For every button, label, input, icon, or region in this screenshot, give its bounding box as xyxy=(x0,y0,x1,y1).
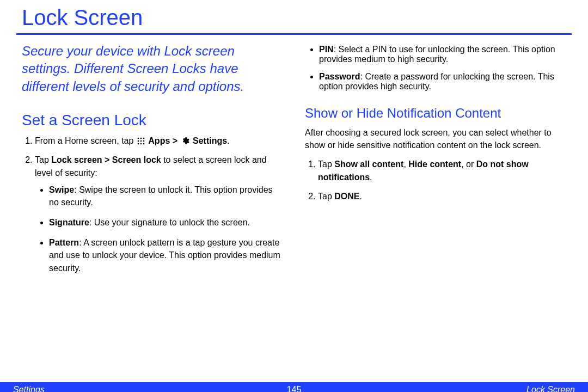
svg-point-7 xyxy=(140,143,142,145)
settings-gear-icon xyxy=(181,137,189,145)
opt: Hide content xyxy=(408,160,461,169)
option-text: : A screen unlock pattern is a tap gestu… xyxy=(49,238,280,272)
option-pattern: Pattern: A screen unlock pattern is a ta… xyxy=(49,236,283,274)
path-label: Lock screen > Screen lock xyxy=(51,155,161,164)
step-1: From a Home screen, tap Apps > Settings. xyxy=(35,134,283,147)
page-title: Lock Screen xyxy=(22,5,588,30)
option-password: Password: Create a password for unlockin… xyxy=(319,72,566,91)
svg-point-6 xyxy=(138,143,139,145)
intro-text: Secure your device with Lock screen sett… xyxy=(22,42,283,95)
svg-point-3 xyxy=(138,140,139,142)
option-pin: PIN: Select a PIN to use for unlocking t… xyxy=(319,45,566,64)
lock-options-list-continued: PIN: Select a PIN to use for unlocking t… xyxy=(305,45,566,91)
section-notification-content: Show or Hide Notification Content xyxy=(305,106,566,121)
option-swipe: Swipe: Swipe the screen to unlock it. Th… xyxy=(49,183,283,209)
footer-page-number: 145 xyxy=(287,385,302,392)
page-footer: Settings 145 Lock Screen xyxy=(0,382,588,392)
text: Tap xyxy=(318,192,334,201)
notif-step-1: Tap Show all content, Hide content, or D… xyxy=(318,158,566,183)
title-rule xyxy=(16,33,572,35)
option-label: Password xyxy=(319,72,360,81)
manual-page: { "title": "Lock Screen", "intro": "Secu… xyxy=(0,5,588,392)
text: , xyxy=(403,160,408,169)
svg-point-5 xyxy=(143,140,145,142)
notification-steps: Tap Show all content, Hide content, or D… xyxy=(305,158,566,203)
footer-right: Lock Screen xyxy=(301,385,588,392)
opt: Show all content xyxy=(334,160,403,169)
apps-grid-icon xyxy=(137,137,145,145)
svg-point-1 xyxy=(140,138,142,139)
text: Tap xyxy=(318,160,334,169)
step-2: Tap Lock screen > Screen lock to select … xyxy=(35,154,283,274)
content-columns: Secure your device with Lock screen sett… xyxy=(0,42,588,282)
left-column: Secure your device with Lock screen sett… xyxy=(22,42,283,282)
done-label: DONE xyxy=(334,192,359,201)
text: From a Home screen, tap xyxy=(35,136,136,145)
text: . xyxy=(359,192,362,201)
option-label: PIN xyxy=(319,45,334,54)
notification-intro: After choosing a secured lock screen, yo… xyxy=(305,126,566,151)
svg-point-4 xyxy=(140,140,142,142)
option-text: : Use your signature to unlock the scree… xyxy=(89,218,250,227)
text: . xyxy=(370,173,372,182)
option-label: Signature xyxy=(49,218,89,227)
option-text: : Swipe the screen to unlock it. This op… xyxy=(49,185,273,207)
svg-point-8 xyxy=(143,143,145,145)
text: . xyxy=(227,136,229,145)
section-set-screen-lock: Set a Screen Lock xyxy=(22,112,283,129)
option-text: : Select a PIN to use for unlocking the … xyxy=(319,45,555,64)
settings-label: Settings xyxy=(193,136,227,145)
text: Tap xyxy=(35,155,51,164)
right-column: PIN: Select a PIN to use for unlocking t… xyxy=(305,42,566,282)
footer-left: Settings xyxy=(0,385,287,392)
option-label: Pattern xyxy=(49,238,79,247)
option-signature: Signature: Use your signature to unlock … xyxy=(49,216,283,229)
apps-label: Apps > xyxy=(148,136,180,145)
notif-step-2: Tap DONE. xyxy=(318,190,566,203)
text: , or xyxy=(461,160,476,169)
set-lock-steps: From a Home screen, tap Apps > Settings.… xyxy=(22,134,283,274)
lock-options-list: Swipe: Swipe the screen to unlock it. Th… xyxy=(35,183,283,274)
svg-point-0 xyxy=(138,138,139,139)
svg-point-2 xyxy=(143,138,145,139)
option-label: Swipe xyxy=(49,185,74,194)
